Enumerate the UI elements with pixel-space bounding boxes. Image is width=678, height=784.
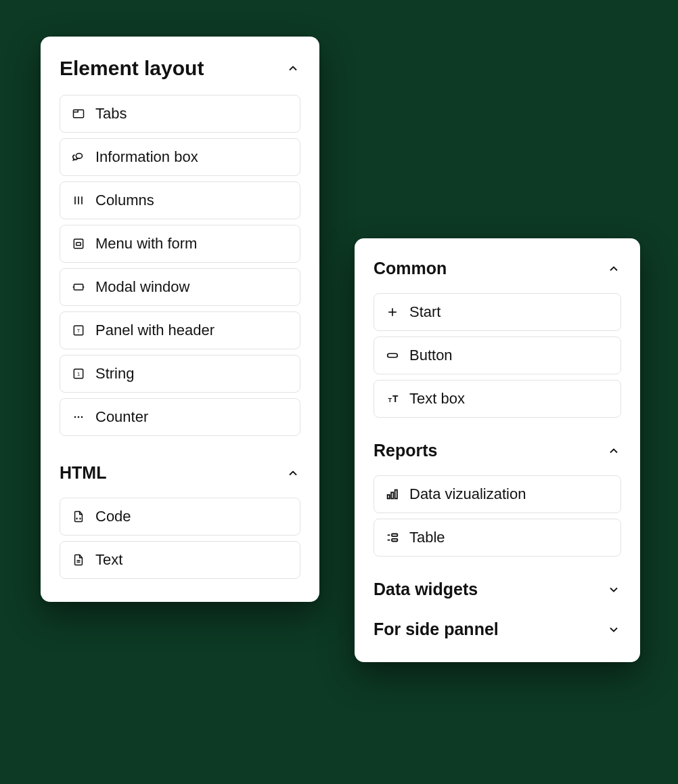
section-items-reports: Data vizualization Table (374, 475, 621, 557)
svg-rect-24 (391, 492, 393, 498)
palette-item-label: Table (409, 529, 445, 546)
svg-text:T: T (77, 328, 81, 334)
chevron-up-icon (606, 261, 621, 276)
palette-item-button[interactable]: Button (374, 336, 621, 374)
element-palette-panel-right: Common Start Button TT Text box Reports (355, 238, 640, 662)
section-header-reports[interactable]: Reports (374, 441, 621, 460)
palette-item-tabs[interactable]: Tabs (60, 95, 300, 133)
palette-item-table[interactable]: Table (374, 519, 621, 557)
section-title: Reports (374, 441, 437, 460)
palette-item-label: Menu with form (95, 235, 197, 253)
palette-item-label: Text box (409, 390, 465, 408)
palette-item-label: Counter (95, 408, 148, 426)
chat-icon (71, 150, 86, 165)
svg-rect-4 (74, 239, 83, 248)
svg-point-13 (74, 416, 76, 418)
palette-item-label: Information box (95, 148, 198, 166)
svg-rect-0 (74, 110, 84, 118)
tabs-icon (71, 106, 86, 121)
chart-icon (385, 487, 400, 502)
chevron-up-icon (286, 61, 300, 76)
chevron-down-icon (606, 582, 621, 597)
palette-item-label: Columns (95, 192, 154, 209)
palette-item-label: Tabs (95, 105, 127, 123)
plus-icon (385, 305, 400, 320)
string-icon: 1 (71, 366, 86, 381)
palette-item-columns[interactable]: Columns (60, 181, 300, 219)
section-title: For side pannel (374, 619, 499, 639)
section-title: Common (374, 259, 447, 278)
ellipsis-icon (71, 410, 86, 424)
palette-item-label: Text (95, 551, 122, 569)
element-palette-panel-left: Element layout Tabs Information box Colu… (41, 37, 319, 602)
palette-item-code[interactable]: Code (60, 498, 300, 536)
menu-form-icon (71, 236, 86, 251)
section-header-element-layout[interactable]: Element layout (60, 57, 300, 80)
section-header-for-side-pannel[interactable]: For side pannel (374, 619, 621, 639)
chevron-up-icon (606, 443, 621, 458)
section-title: HTML (60, 463, 106, 483)
svg-text:T: T (388, 397, 392, 404)
svg-point-14 (78, 416, 80, 418)
svg-text:1: 1 (77, 371, 80, 377)
palette-item-label: Data vizualization (409, 485, 526, 503)
palette-item-text[interactable]: Text (60, 541, 300, 579)
svg-rect-6 (74, 284, 83, 290)
modal-icon (71, 280, 86, 295)
svg-rect-25 (395, 490, 397, 499)
code-file-icon (71, 509, 86, 524)
svg-rect-5 (76, 242, 81, 245)
palette-item-label: Modal window (95, 278, 189, 296)
section-header-common[interactable]: Common (374, 259, 621, 278)
section-items-element-layout: Tabs Information box Columns Menu with f… (60, 95, 300, 436)
palette-item-label: Code (95, 508, 131, 525)
palette-item-string[interactable]: 1 String (60, 355, 300, 393)
svg-point-15 (81, 416, 83, 418)
columns-icon (71, 193, 86, 208)
palette-item-text-box[interactable]: TT Text box (374, 380, 621, 418)
palette-item-modal-window[interactable]: Modal window (60, 268, 300, 306)
text-file-icon (71, 552, 86, 567)
palette-item-counter[interactable]: Counter (60, 398, 300, 436)
table-icon (385, 530, 400, 545)
palette-item-start[interactable]: Start (374, 293, 621, 331)
palette-item-data-vizualization[interactable]: Data vizualization (374, 475, 621, 513)
palette-item-information-box[interactable]: Information box (60, 138, 300, 176)
svg-rect-23 (388, 495, 390, 499)
chevron-down-icon (606, 622, 621, 637)
palette-item-label: Start (409, 303, 440, 321)
palette-item-label: String (95, 365, 134, 383)
palette-item-label: Panel with header (95, 322, 214, 339)
svg-text:T: T (392, 394, 399, 404)
section-items-html: Code Text (60, 498, 300, 579)
svg-rect-20 (388, 353, 398, 357)
palette-item-panel-with-header[interactable]: T Panel with header (60, 311, 300, 349)
panel-header-icon: T (71, 323, 86, 338)
pill-icon (385, 348, 400, 363)
section-header-html[interactable]: HTML (60, 463, 300, 483)
section-title: Element layout (60, 57, 204, 80)
section-items-common: Start Button TT Text box (374, 293, 621, 418)
palette-item-label: Button (409, 347, 453, 364)
section-header-data-widgets[interactable]: Data widgets (374, 580, 621, 599)
chevron-up-icon (286, 466, 300, 481)
text-size-icon: TT (385, 391, 400, 406)
section-title: Data widgets (374, 580, 478, 599)
palette-item-menu-with-form[interactable]: Menu with form (60, 225, 300, 263)
svg-rect-29 (392, 539, 397, 542)
svg-rect-27 (392, 534, 397, 537)
